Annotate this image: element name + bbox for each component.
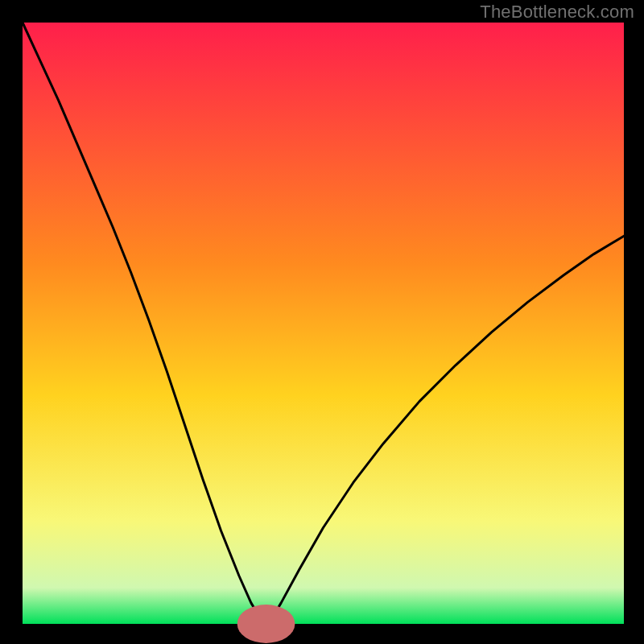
plot-background bbox=[23, 23, 624, 624]
optimum-marker bbox=[237, 605, 295, 643]
bottleneck-chart bbox=[0, 0, 644, 644]
watermark-label: TheBottleneck.com bbox=[480, 2, 634, 23]
chart-container: TheBottleneck.com bbox=[0, 0, 644, 644]
